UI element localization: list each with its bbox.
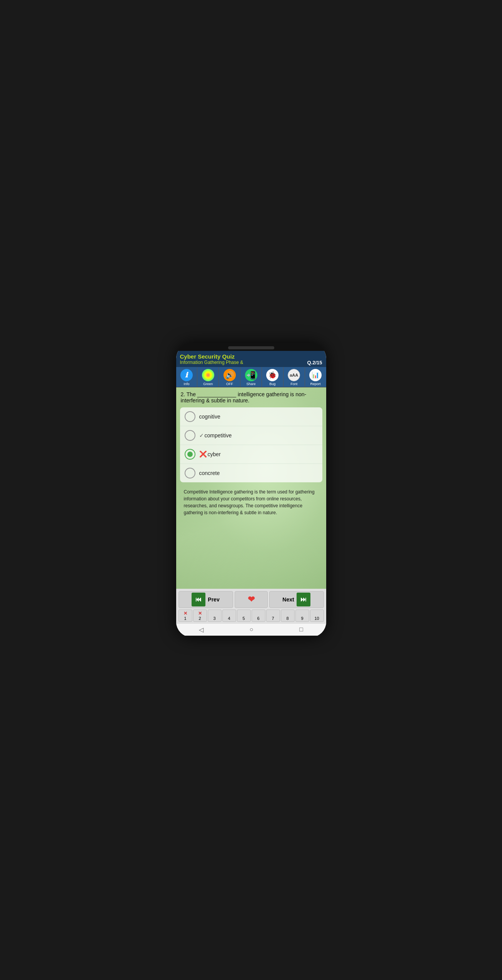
next-arrow-icon: ⏭ [297, 593, 310, 606]
xmark-c: ❌ [199, 450, 207, 458]
toolbar-info-label: Info [183, 382, 189, 386]
toolbar-report[interactable]: 📊 Report [305, 367, 326, 387]
question-counter: Q.2/15 [307, 360, 322, 365]
option-a-text: cognitive [199, 414, 220, 420]
app-subtitle-row: Information Gathering Phase & Q.2/15 [180, 360, 322, 365]
bug-icon: 🐞 [266, 369, 279, 381]
toolbar-info[interactable]: ℹ Info [176, 367, 198, 387]
explanation-text: Competitive Intelligence gathering is th… [180, 485, 322, 519]
green-icon [202, 369, 214, 381]
toolbar: ℹ Info Green 🔊 OFF 📲 Share 🐞 Bug aAA F [176, 367, 326, 387]
system-nav-bar: ◁ ○ □ [176, 623, 326, 636]
option-c-text: cyber [208, 451, 221, 457]
home-button[interactable]: ○ [250, 626, 254, 633]
app-subtitle: Information Gathering Phase & [180, 360, 243, 365]
question-text: 2. The _____________ intelligence gather… [176, 387, 326, 406]
prev-button[interactable]: ⏮ Prev [178, 591, 233, 608]
heart-icon: ❤ [248, 595, 255, 605]
radio-c [185, 449, 195, 460]
next-label: Next [282, 596, 294, 603]
radio-d [185, 468, 195, 478]
share-icon: 📲 [245, 369, 257, 381]
sound-icon: 🔊 [223, 369, 236, 381]
option-d-text: concrete [199, 470, 220, 476]
q-num-1[interactable]: 1 [178, 610, 192, 622]
toolbar-green[interactable]: Green [197, 367, 219, 387]
toolbar-font[interactable]: aAA Font [284, 367, 305, 387]
option-b-text: competitive [205, 432, 232, 439]
prev-label: Prev [208, 596, 219, 603]
toolbar-report-label: Report [310, 382, 321, 386]
radio-c-inner [187, 452, 193, 457]
content-area: 2. The _____________ intelligence gather… [176, 387, 326, 589]
option-a[interactable]: cognitive [180, 407, 322, 426]
nav-buttons-row: ⏮ Prev ❤ Next ⏭ [178, 591, 324, 608]
toolbar-bug-label: Bug [269, 382, 275, 386]
q-num-3[interactable]: 3 [208, 610, 222, 622]
phone-frame: Cyber Security Quiz Information Gatherin… [176, 343, 326, 637]
report-icon: 📊 [309, 369, 322, 381]
q-num-4[interactable]: 4 [222, 610, 236, 622]
option-d[interactable]: concrete [180, 464, 322, 482]
toolbar-share-label: Share [246, 382, 255, 386]
q-num-8[interactable]: 8 [281, 610, 295, 622]
favorite-button[interactable]: ❤ [235, 591, 268, 608]
app-title: Cyber Security Quiz [180, 353, 322, 360]
checkmark-b: ✓ [199, 432, 204, 439]
q-num-5[interactable]: 5 [237, 610, 251, 622]
radio-a [185, 411, 195, 422]
recents-button[interactable]: □ [299, 626, 303, 633]
screen: Cyber Security Quiz Information Gatherin… [176, 351, 326, 636]
q-num-10[interactable]: 10 [310, 610, 324, 622]
toolbar-sound[interactable]: 🔊 OFF [219, 367, 240, 387]
toolbar-share[interactable]: 📲 Share [240, 367, 262, 387]
options-container: cognitive ✓ competitive ❌ cyber [180, 407, 322, 482]
option-c[interactable]: ❌ cyber [180, 445, 322, 464]
option-b[interactable]: ✓ competitive [180, 426, 322, 445]
prev-arrow-icon: ⏮ [192, 593, 205, 606]
phone-notch [228, 346, 274, 349]
toolbar-font-label: Font [290, 382, 297, 386]
question-numbers-row: 1 2 3 4 5 6 7 8 9 10 [178, 610, 324, 622]
q-num-2[interactable]: 2 [193, 610, 207, 622]
app-header: Cyber Security Quiz Information Gatherin… [176, 351, 326, 367]
radio-b [185, 430, 195, 441]
next-button[interactable]: Next ⏭ [269, 591, 324, 608]
q-num-6[interactable]: 6 [252, 610, 265, 622]
toolbar-sound-label: OFF [226, 382, 233, 386]
back-button[interactable]: ◁ [199, 626, 203, 633]
info-icon: ℹ [180, 369, 193, 381]
q-num-9[interactable]: 9 [295, 610, 309, 622]
toolbar-green-label: Green [203, 382, 213, 386]
toolbar-bug[interactable]: 🐞 Bug [262, 367, 284, 387]
q-num-7[interactable]: 7 [266, 610, 280, 622]
bottom-nav: ⏮ Prev ❤ Next ⏭ 1 2 3 4 5 6 7 8 [176, 589, 326, 623]
font-icon: aAA [288, 369, 300, 381]
